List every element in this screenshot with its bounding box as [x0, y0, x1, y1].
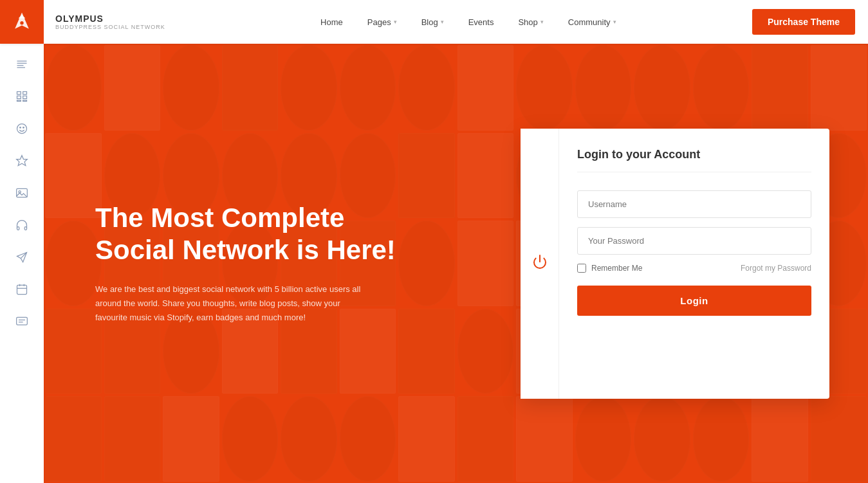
nav-pages[interactable]: Pages ▾ — [358, 12, 406, 32]
hero-title: The Most Complete Social Network is Here… — [95, 202, 417, 267]
brand-sub: BUDDYPRESS SOCIAL NETWORK — [55, 24, 165, 30]
hero-text: The Most Complete Social Network is Here… — [95, 202, 417, 325]
svg-point-13 — [17, 124, 27, 134]
login-card: Login to your Account Remember Me Forgot… — [521, 129, 829, 399]
headphone-icon[interactable] — [12, 215, 32, 235]
grid-icon[interactable] — [12, 86, 32, 107]
svg-point-2 — [20, 21, 23, 24]
remember-me-text: Remember Me — [591, 264, 642, 273]
chevron-down-icon: ▾ — [613, 19, 616, 25]
nav-community[interactable]: Community ▾ — [559, 12, 625, 32]
forgot-password-link[interactable]: Forgot my Password — [741, 264, 811, 273]
svg-rect-12 — [23, 100, 27, 102]
login-card-body: Login to your Account Remember Me Forgot… — [559, 129, 829, 399]
svg-marker-16 — [17, 156, 28, 166]
svg-marker-1 — [19, 15, 26, 18]
svg-rect-11 — [17, 100, 21, 102]
svg-point-15 — [23, 127, 24, 129]
login-title: Login to your Account — [577, 148, 811, 172]
calendar-icon[interactable] — [12, 279, 32, 300]
image-icon[interactable] — [12, 183, 32, 203]
send-icon[interactable] — [12, 247, 32, 268]
login-card-sidebar — [521, 129, 559, 399]
logo[interactable] — [0, 0, 44, 44]
list-icon[interactable] — [12, 54, 32, 75]
svg-rect-10 — [23, 96, 27, 98]
hero-section: The Most Complete Social Network is Here… — [44, 44, 868, 483]
username-input[interactable] — [577, 190, 811, 218]
svg-rect-7 — [17, 92, 21, 95]
power-icon — [532, 254, 548, 273]
remember-me-label[interactable]: Remember Me — [577, 264, 642, 273]
svg-rect-8 — [23, 92, 27, 95]
main-content: The Most Complete Social Network is Here… — [0, 44, 868, 483]
brand: OLYMPUS BUDDYPRESS SOCIAL NETWORK — [44, 14, 185, 30]
svg-rect-27 — [17, 317, 28, 325]
svg-point-14 — [20, 127, 21, 129]
svg-rect-9 — [17, 96, 21, 98]
message-icon[interactable] — [12, 311, 32, 332]
login-button[interactable]: Login — [577, 286, 811, 316]
left-sidebar — [0, 44, 44, 483]
star-icon[interactable] — [12, 150, 32, 171]
chevron-down-icon: ▾ — [394, 19, 397, 25]
chevron-down-icon: ▾ — [441, 19, 444, 25]
navbar: OLYMPUS BUDDYPRESS SOCIAL NETWORK Home P… — [0, 0, 868, 44]
chevron-down-icon: ▾ — [540, 19, 544, 25]
remember-me-checkbox[interactable] — [577, 264, 586, 273]
svg-rect-19 — [17, 227, 19, 230]
svg-rect-23 — [17, 285, 27, 294]
purchase-theme-button[interactable]: Purchase Theme — [752, 9, 855, 35]
nav-events[interactable]: Events — [459, 12, 503, 32]
login-options: Remember Me Forgot my Password — [577, 264, 811, 273]
main-nav: Home Pages ▾ Blog ▾ Events Shop ▾ Commun… — [185, 12, 752, 32]
emoji-icon[interactable] — [12, 118, 32, 139]
nav-blog[interactable]: Blog ▾ — [412, 12, 453, 32]
hero-description: We are the best and biggest social netwo… — [95, 282, 365, 325]
nav-shop[interactable]: Shop ▾ — [509, 12, 552, 32]
nav-home[interactable]: Home — [311, 12, 352, 32]
password-input[interactable] — [577, 227, 811, 255]
brand-name: OLYMPUS — [55, 14, 165, 24]
svg-rect-20 — [24, 227, 26, 230]
